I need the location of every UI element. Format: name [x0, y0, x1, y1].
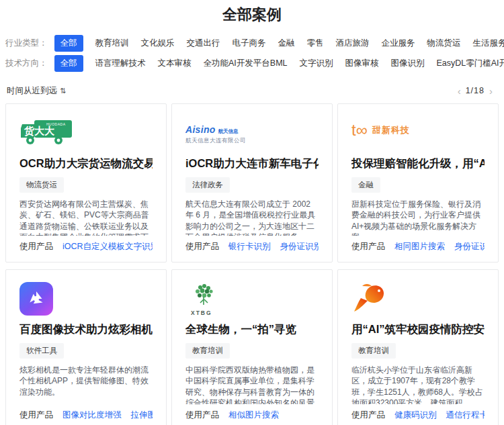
card-tag: 法律政务 [185, 177, 230, 193]
card-description: 航天信息大连有限公司成立于 2002 年 6 月，是全国增值税税控行业最具影响力… [185, 199, 319, 236]
product-link[interactable]: 图像对比度增强 [62, 410, 122, 421]
filter-industry-item[interactable]: 电子商务 [231, 35, 267, 52]
svg-text:货大大: 货大大 [24, 125, 55, 137]
card-description: 甜新科技定位于服务保险、银行及消费金融的科技公司，为行业客户提供AI+视频为基础… [351, 199, 485, 236]
products-label: 使用产品 [19, 410, 53, 421]
filter-tech-item[interactable]: 图像审核 [344, 55, 380, 72]
filter-industry-item[interactable]: 教育培训 [94, 35, 130, 52]
product-link[interactable]: 身份证识别 [454, 241, 485, 252]
goldfish-logo [351, 282, 485, 317]
card-tag: 教育培训 [185, 343, 230, 359]
camera-app-logo [19, 282, 153, 317]
industry-filter-label: 行业类型： [5, 38, 48, 49]
page-indicator: 1/18 [466, 86, 485, 95]
products-label: 使用产品 [351, 241, 385, 252]
tech-filter-label: 技术方向： [5, 58, 48, 69]
industry-filter-row: 行业类型： 全部 教育培训 文化娱乐 交通出行 电子商务 金融 零售 酒店旅游 … [5, 34, 499, 52]
filter-industry-item[interactable]: 交通出行 [185, 35, 222, 52]
product-link[interactable]: 相同图片搜索 [394, 241, 445, 252]
case-card[interactable]: XTBG 全球生物，一“拍”寻览 教育培训 中国科学院西双版纳热带植物园，是中国… [171, 269, 333, 425]
card-tag: 软件工具 [19, 343, 64, 359]
aisino-logo: Aisino 航天信息 航天信息大连有限公司 [185, 116, 319, 151]
products-label: 使用产品 [185, 410, 219, 421]
card-title: iOCR助力大连市新车电子化缴税... [185, 156, 319, 171]
filter-industry-item[interactable]: 酒店旅游 [335, 35, 371, 52]
sort-control[interactable]: 时间从近到远 ⇅ [7, 85, 66, 97]
case-card[interactable]: Aisino 航天信息 航天信息大连有限公司 iOCR助力大连市新车电子化缴税.… [171, 103, 333, 263]
product-link[interactable]: 银行卡识别 [228, 241, 271, 252]
tech-filter-row: 技术方向： 全部 语言理解技术 文本审核 全功能AI开发平台BML 文字识别 图… [5, 54, 499, 73]
card-description: 临沂杭头小学位于山东省临沂高新区，成立于1907年，现有28个教学班，学生125… [351, 365, 485, 404]
card-tag: 金融 [351, 177, 380, 193]
product-link[interactable]: 相似图片搜索 [228, 410, 279, 421]
card-title: 用“AI”筑牢校园疫情防控安全线 [351, 322, 485, 337]
filter-tech-item[interactable]: EasyDL零门槛AI开发平台 [435, 55, 504, 72]
prev-page-icon[interactable]: ‹ [453, 86, 466, 96]
card-products-row: 使用产品 相同图片搜索 身份证识别 医疗票... [351, 241, 485, 252]
card-title: 投保理赔智能化升级，用“AI”为保... [351, 156, 485, 171]
card-description: 西安货达网络有限公司主营煤炭、焦炭、矿石、镁铝、PVC等大宗商品普通道路货物运输… [19, 199, 153, 236]
filter-industry-all[interactable]: 全部 [54, 35, 83, 52]
huodada-logo: 货大大 HUODADA [19, 116, 153, 151]
case-card[interactable]: 货大大 HUODADA OCR助力大宗货运物流交易提效 物流货运 西安货达网络有… [5, 103, 167, 263]
filter-tech-all[interactable]: 全部 [54, 55, 83, 72]
products-label: 使用产品 [351, 410, 385, 421]
filter-tech-item[interactable]: 语言理解技术 [94, 55, 147, 72]
card-tag: 物流货运 [19, 177, 64, 193]
card-tag: 教育培训 [351, 343, 396, 359]
case-card[interactable]: 百度图像技术助力炫彩相机引领趣... 软件工具 炫彩相机是一款专注年轻群体的潮流… [5, 269, 167, 425]
card-products-row: 使用产品 图像对比度增强 拉伸图像恢复 图... [19, 410, 153, 421]
filter-tech-item[interactable]: 文本审核 [157, 55, 193, 72]
case-card-grid: 货大大 HUODADA OCR助力大宗货运物流交易提效 物流货运 西安货达网络有… [5, 103, 499, 425]
filter-section: 行业类型： 全部 教育培训 文化娱乐 交通出行 电子商务 金融 零售 酒店旅游 … [5, 34, 499, 73]
product-link[interactable]: iOCR自定义模板文字识别 [62, 241, 153, 252]
card-description: 炫彩相机是一款专注年轻群体的潮流个性相机APP，提供智能修图、特效渲染功能。 [19, 365, 153, 404]
products-label: 使用产品 [19, 241, 53, 252]
case-card[interactable]: t∞ 甜新科技 投保理赔智能化升级，用“AI”为保... 金融 甜新科技定位于服… [337, 103, 499, 263]
product-link[interactable]: 拉伸图像恢复 [131, 410, 153, 421]
tianxin-logo: t∞ 甜新科技 [351, 116, 485, 151]
card-products-row: 使用产品 银行卡识别 身份证识别 iOCR自... [185, 241, 319, 252]
filter-industry-item[interactable]: 零售 [306, 35, 325, 52]
filter-industry-item[interactable]: 物流货运 [426, 35, 462, 52]
filter-tech-item[interactable]: 图像识别 [390, 55, 426, 72]
filter-industry-item[interactable]: 文化娱乐 [140, 35, 176, 52]
product-link[interactable]: 身份证识别 [280, 241, 319, 252]
list-toolbar: 时间从近到远 ⇅ ‹ 1/18 › [7, 83, 497, 98]
products-label: 使用产品 [185, 241, 219, 252]
filter-industry-item[interactable]: 企业服务 [380, 35, 417, 52]
xtbg-logo: XTBG [185, 282, 319, 317]
filter-industry-item[interactable]: 金融 [277, 35, 296, 52]
card-title: 全球生物，一“拍”寻览 [185, 322, 319, 337]
page-title: 全部案例 [0, 0, 504, 24]
filter-industry-item[interactable]: 生活服务 [472, 35, 504, 52]
card-products-row: 使用产品 健康码识别 通信行程卡识别 核酸... [351, 410, 485, 421]
filter-tech-item[interactable]: 文字识别 [298, 55, 335, 72]
filter-tech-item[interactable]: 全功能AI开发平台BML [202, 55, 289, 72]
product-link[interactable]: 健康码识别 [394, 410, 437, 421]
card-description: 中国科学院西双版纳热带植物园，是中国科学院直属事业单位，是集科学研究、物种保存与… [185, 365, 319, 404]
case-card[interactable]: 用“AI”筑牢校园疫情防控安全线 教育培训 临沂杭头小学位于山东省临沂高新区，成… [337, 269, 499, 425]
card-products-row: 使用产品 相似图片搜索 [185, 410, 319, 421]
pagination: ‹ 1/18 › [453, 86, 497, 96]
product-link[interactable]: 通信行程卡识别 [446, 410, 485, 421]
svg-text:HUODADA: HUODADA [46, 122, 66, 126]
sort-label: 时间从近到远 [7, 85, 57, 97]
card-title: 百度图像技术助力炫彩相机引领趣... [19, 322, 153, 337]
card-title: OCR助力大宗货运物流交易提效 [19, 156, 153, 171]
sort-arrows-icon: ⇅ [60, 87, 66, 95]
card-products-row: 使用产品 iOCR自定义模板文字识别 磅单识别... [19, 241, 153, 252]
next-page-icon[interactable]: › [485, 86, 497, 96]
